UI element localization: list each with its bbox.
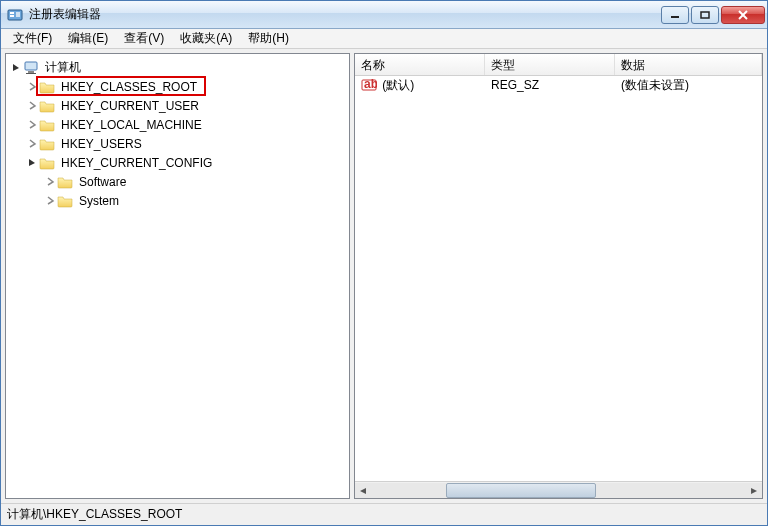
cell-name: ab (默认) — [355, 76, 485, 95]
cell-data: (数值未设置) — [615, 76, 762, 95]
menu-view[interactable]: 查看(V) — [116, 28, 172, 49]
horizontal-scrollbar[interactable]: ◂ ▸ — [355, 481, 762, 498]
tree-node-hku[interactable]: HKEY_USERS — [8, 134, 347, 153]
svg-rect-10 — [26, 73, 36, 74]
tree-node-software[interactable]: Software — [8, 172, 347, 191]
scroll-track[interactable] — [371, 483, 746, 498]
svg-rect-3 — [16, 12, 20, 17]
column-name[interactable]: 名称 — [355, 54, 485, 75]
scroll-right-icon[interactable]: ▸ — [746, 483, 762, 498]
menubar: 文件(F) 编辑(E) 查看(V) 收藏夹(A) 帮助(H) — [1, 29, 767, 49]
tree-label: 计算机 — [43, 58, 83, 77]
value-name: (默认) — [382, 78, 414, 92]
tree-label: HKEY_CURRENT_USER — [59, 98, 201, 114]
tree-label: HKEY_LOCAL_MACHINE — [59, 117, 204, 133]
svg-rect-9 — [28, 71, 34, 73]
tree-label: HKEY_CLASSES_ROOT — [59, 79, 199, 95]
tree-node-hkcu[interactable]: HKEY_CURRENT_USER — [8, 96, 347, 115]
maximize-button[interactable] — [691, 6, 719, 24]
tree-node-hkcc[interactable]: HKEY_CURRENT_CONFIG — [8, 153, 347, 172]
svg-rect-2 — [10, 15, 14, 17]
svg-rect-8 — [25, 62, 37, 70]
list-body[interactable]: ab (默认) REG_SZ (数值未设置) — [355, 76, 762, 481]
tree-label: HKEY_CURRENT_CONFIG — [59, 155, 214, 171]
app-window: 注册表编辑器 文件(F) 编辑(E) 查看(V) 收藏夹(A) 帮助(H) 计算… — [0, 0, 768, 526]
computer-icon — [23, 60, 39, 76]
string-value-icon: ab — [361, 77, 377, 93]
menu-edit[interactable]: 编辑(E) — [60, 28, 116, 49]
tree-label: Software — [77, 174, 128, 190]
tree-label: HKEY_USERS — [59, 136, 144, 152]
collapse-icon[interactable] — [26, 157, 38, 169]
list-item[interactable]: ab (默认) REG_SZ (数值未设置) — [355, 76, 762, 94]
status-text: 计算机\HKEY_CLASSES_ROOT — [7, 506, 182, 523]
window-controls — [661, 6, 765, 24]
tree-node-hklm[interactable]: HKEY_LOCAL_MACHINE — [8, 115, 347, 134]
expand-icon[interactable] — [44, 176, 56, 188]
tree-label: System — [77, 193, 121, 209]
folder-icon — [39, 79, 55, 95]
cell-type: REG_SZ — [485, 77, 615, 93]
menu-favorites[interactable]: 收藏夹(A) — [172, 28, 240, 49]
registry-tree: 计算机 HKEY_CLASSES_ROOT HKEY_CURRENT_USER … — [6, 54, 349, 214]
titlebar[interactable]: 注册表编辑器 — [1, 1, 767, 29]
folder-icon — [39, 98, 55, 114]
minimize-button[interactable] — [661, 6, 689, 24]
scroll-thumb[interactable] — [446, 483, 596, 498]
regedit-icon — [7, 7, 23, 23]
tree-node-hkcr[interactable]: HKEY_CLASSES_ROOT — [8, 77, 347, 96]
content-area: 计算机 HKEY_CLASSES_ROOT HKEY_CURRENT_USER … — [1, 49, 767, 503]
column-data[interactable]: 数据 — [615, 54, 762, 75]
svg-text:ab: ab — [364, 77, 377, 91]
scroll-left-icon[interactable]: ◂ — [355, 483, 371, 498]
svg-rect-1 — [10, 12, 14, 14]
folder-icon — [39, 117, 55, 133]
tree-panel[interactable]: 计算机 HKEY_CLASSES_ROOT HKEY_CURRENT_USER … — [5, 53, 350, 499]
column-type[interactable]: 类型 — [485, 54, 615, 75]
folder-icon — [57, 174, 73, 190]
collapse-icon[interactable] — [10, 62, 22, 74]
expand-icon[interactable] — [26, 81, 38, 93]
expand-icon[interactable] — [26, 119, 38, 131]
folder-icon — [57, 193, 73, 209]
expand-icon[interactable] — [26, 100, 38, 112]
menu-file[interactable]: 文件(F) — [5, 28, 60, 49]
menu-help[interactable]: 帮助(H) — [240, 28, 297, 49]
expand-icon[interactable] — [26, 138, 38, 150]
tree-node-system[interactable]: System — [8, 191, 347, 210]
expand-icon[interactable] — [44, 195, 56, 207]
svg-rect-5 — [701, 12, 709, 18]
folder-icon — [39, 136, 55, 152]
tree-node-computer[interactable]: 计算机 — [8, 58, 347, 77]
statusbar: 计算机\HKEY_CLASSES_ROOT — [1, 503, 767, 525]
close-button[interactable] — [721, 6, 765, 24]
window-title: 注册表编辑器 — [29, 6, 661, 23]
list-header: 名称 类型 数据 — [355, 54, 762, 76]
folder-icon — [39, 155, 55, 171]
values-panel[interactable]: 名称 类型 数据 ab (默认) REG_SZ (数值未设置) ◂ ▸ — [354, 53, 763, 499]
